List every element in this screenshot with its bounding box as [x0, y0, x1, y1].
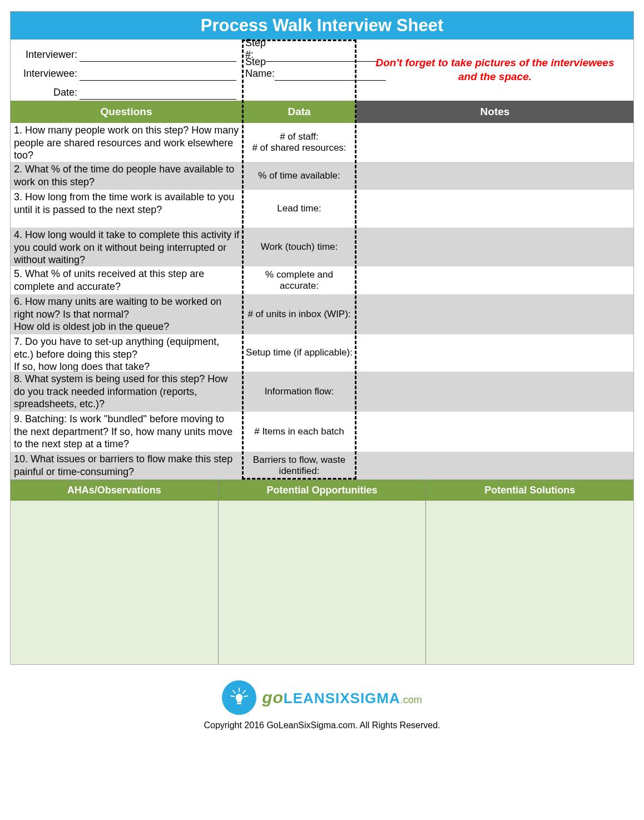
page-title: Process Walk Interview Sheet — [11, 12, 633, 39]
notes-cell[interactable] — [356, 294, 633, 334]
question-row-5: 5. What % of units received at this step… — [11, 266, 633, 294]
date-input[interactable] — [80, 88, 236, 100]
interviewer-label: Interviewer: — [11, 49, 80, 62]
data-label: % complete and accurate: — [242, 266, 356, 294]
header-data: Data — [242, 101, 356, 123]
question-text: 10. What issues or barriers to flow make… — [11, 452, 242, 480]
content-wrap: Interviewer: Interviewee: Date: Step #: — [11, 39, 633, 480]
notes-cell[interactable] — [356, 266, 633, 294]
data-label: Information flow: — [242, 372, 356, 412]
reminder-text: Don't forget to take pictures of the int… — [366, 56, 623, 83]
notes-cell[interactable] — [356, 162, 633, 190]
date-label: Date: — [11, 87, 80, 100]
data-label: # of units in inbox (WIP): — [242, 294, 356, 334]
header-notes: Notes — [356, 101, 633, 123]
svg-line-4 — [244, 696, 247, 696]
solutions-column: Potential Solutions — [425, 480, 633, 664]
solutions-body[interactable] — [426, 501, 633, 664]
step-name-label: Step Name: — [242, 56, 275, 81]
notes-cell[interactable] — [356, 123, 633, 162]
data-label: Barriers to flow, waste identified: — [242, 452, 356, 480]
notes-cell[interactable] — [356, 190, 633, 228]
meta-left: Interviewer: Interviewee: Date: — [11, 39, 242, 101]
interviewer-input[interactable] — [80, 50, 236, 62]
question-row-3: 3. How long from the time work is availa… — [11, 190, 633, 228]
notes-cell[interactable] — [356, 228, 633, 266]
svg-line-2 — [243, 690, 245, 693]
header-questions: Questions — [11, 101, 242, 123]
notes-cell[interactable] — [356, 372, 633, 412]
question-row-10: 10. What issues or barriers to flow make… — [11, 452, 633, 480]
opportunities-body[interactable] — [219, 501, 426, 664]
meta-mid: Step #: Step Name: — [242, 39, 356, 101]
data-label: # Items in each batch — [242, 412, 356, 452]
notes-cell[interactable] — [356, 334, 633, 372]
lightbulb-icon — [222, 680, 256, 715]
footer: goLEANSIXSIGMA.com Copyright 2016 GoLean… — [10, 680, 634, 730]
observations-panel: AHAs/Observations Potential Opportunitie… — [11, 480, 633, 664]
question-text: 9. Batching: Is work "bundled" before mo… — [11, 412, 242, 452]
notes-cell[interactable] — [356, 412, 633, 452]
data-label: Lead time: — [242, 190, 356, 228]
logo-go: go — [262, 688, 284, 707]
logo-text: goLEANSIXSIGMA.com — [262, 688, 422, 707]
opportunities-column: Potential Opportunities — [218, 480, 426, 664]
meta-reminder: Don't forget to take pictures of the int… — [356, 39, 633, 101]
question-text: 4. How long would it take to complete th… — [11, 228, 242, 266]
interviewer-field: Interviewer: — [11, 43, 242, 62]
solutions-header: Potential Solutions — [426, 480, 633, 501]
logo-lean: LEANSIXSIGMA — [284, 690, 400, 707]
ahas-header: AHAs/Observations — [11, 480, 218, 501]
question-text: 8. What system is being used for this st… — [11, 372, 242, 412]
ahas-column: AHAs/Observations — [11, 480, 218, 664]
logo: goLEANSIXSIGMA.com — [222, 680, 422, 715]
svg-line-1 — [233, 690, 235, 693]
data-label: Work (touch) time: — [242, 228, 356, 266]
opportunities-header: Potential Opportunities — [219, 480, 426, 501]
interviewee-label: Interviewee: — [11, 68, 80, 81]
question-text: 7. Do you have to set-up anything (equip… — [11, 334, 242, 372]
question-row-2: 2. What % of the time do people have ava… — [11, 162, 633, 190]
question-row-7: 7. Do you have to set-up anything (equip… — [11, 334, 633, 372]
question-text: 2. What % of the time do people have ava… — [11, 162, 242, 190]
ahas-body[interactable] — [11, 501, 218, 664]
svg-rect-5 — [237, 703, 241, 704]
question-row-9: 9. Batching: Is work "bundled" before mo… — [11, 412, 633, 452]
question-text: 1. How many people work on this step? Ho… — [11, 123, 242, 162]
svg-line-3 — [231, 696, 234, 696]
copyright-text: Copyright 2016 GoLeanSixSigma.com. All R… — [10, 720, 634, 730]
interview-sheet: Process Walk Interview Sheet Interviewer… — [10, 11, 634, 665]
data-label: Setup time (if applicable): — [242, 334, 356, 372]
meta-row: Interviewer: Interviewee: Date: Step #: — [11, 39, 633, 101]
question-row-8: 8. What system is being used for this st… — [11, 372, 633, 412]
interviewee-input[interactable] — [80, 69, 236, 81]
question-text: 3. How long from the time work is availa… — [11, 190, 242, 228]
data-label: % of time available: — [242, 162, 356, 190]
date-field: Date: — [11, 81, 242, 100]
logo-com: .com — [400, 694, 422, 705]
question-row-1: 1. How many people work on this step? Ho… — [11, 123, 633, 162]
data-label: # of staff:# of shared resources: — [242, 123, 356, 162]
notes-cell[interactable] — [356, 452, 633, 480]
question-row-4: 4. How long would it take to complete th… — [11, 228, 633, 266]
step-name-field: Step Name: — [242, 62, 356, 81]
question-text: 5. What % of units received at this step… — [11, 266, 242, 294]
question-row-6: 6. How many units are waiting to be work… — [11, 294, 633, 334]
interviewee-field: Interviewee: — [11, 62, 242, 81]
column-headers: Questions Data Notes — [11, 101, 633, 123]
question-text: 6. How many units are waiting to be work… — [11, 294, 242, 334]
